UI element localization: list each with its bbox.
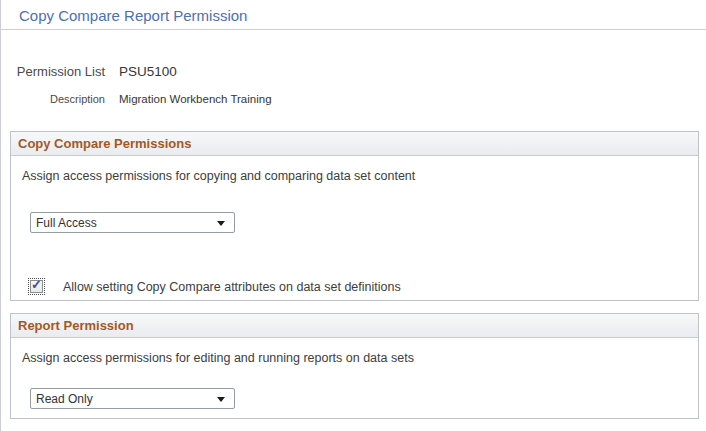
section-description: Assign access permissions for copying an… (22, 169, 415, 183)
section-title: Report Permission (18, 318, 134, 333)
title-divider (1, 29, 706, 30)
checkmark-icon: ✓ (31, 278, 42, 291)
page: Copy Compare Report Permission Permissio… (0, 0, 706, 431)
copy-compare-permissions-section: Copy Compare Permissions Assign access p… (10, 131, 699, 301)
allow-copy-compare-attributes-checkbox[interactable]: ✓ (30, 280, 43, 293)
chevron-down-icon (217, 221, 225, 226)
chevron-down-icon (217, 397, 225, 402)
report-permission-header: Report Permission (11, 314, 698, 338)
report-permission-section: Report Permission Assign access permissi… (10, 313, 699, 419)
report-permission-body: Assign access permissions for editing an… (11, 338, 698, 418)
description-label: Description (1, 93, 105, 105)
dropdown-selected-value: Full Access (36, 216, 97, 230)
copy-compare-permissions-body: Assign access permissions for copying an… (11, 156, 698, 300)
page-title: Copy Compare Report Permission (19, 7, 247, 24)
allow-copy-compare-attributes-label: Allow setting Copy Compare attributes on… (63, 280, 401, 294)
description-value: Migration Workbench Training (119, 93, 272, 105)
permission-list-value: PSU5100 (119, 64, 177, 79)
dropdown-selected-value: Read Only (36, 392, 93, 406)
report-access-dropdown[interactable]: Read Only (30, 388, 235, 409)
permission-list-label: Permission List (1, 64, 105, 79)
copy-compare-permissions-header: Copy Compare Permissions (11, 132, 698, 156)
section-title: Copy Compare Permissions (18, 136, 191, 151)
section-description: Assign access permissions for editing an… (22, 351, 414, 365)
copy-compare-access-dropdown[interactable]: Full Access (30, 212, 235, 233)
